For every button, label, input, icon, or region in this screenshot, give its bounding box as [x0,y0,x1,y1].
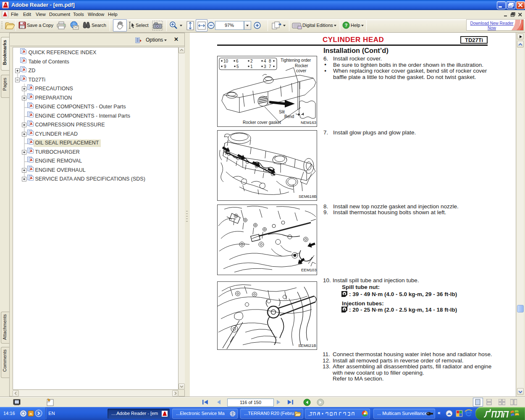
svg-text:1: 1 [250,64,253,69]
svg-text:?: ? [345,23,348,28]
svg-text:2: 2 [250,59,253,63]
svg-text:EEM103: EEM103 [301,268,316,272]
svg-text:10: 10 [223,59,228,63]
svg-text:SEM618B: SEM618B [299,194,317,199]
svg-text:7: 7 [269,64,271,69]
svg-text:Rocker: Rocker [295,63,308,68]
svg-text:Bend: Bend [284,114,294,119]
svg-text:4: 4 [264,59,266,63]
svg-text:SEM621B: SEM621B [298,343,316,348]
svg-text:Tightening order: Tightening order [281,58,311,63]
svg-text:NEM163: NEM163 [301,120,316,125]
svg-text:Slit: Slit [279,110,285,114]
svg-text:9: 9 [224,64,226,69]
svg-text:5: 5 [236,64,239,69]
svg-text:Rocker cover gasket: Rocker cover gasket [243,120,281,125]
svg-text:3: 3 [264,64,266,69]
svg-text:cover: cover [296,68,307,73]
svg-text:6: 6 [236,59,239,63]
svg-text:8: 8 [269,59,271,63]
